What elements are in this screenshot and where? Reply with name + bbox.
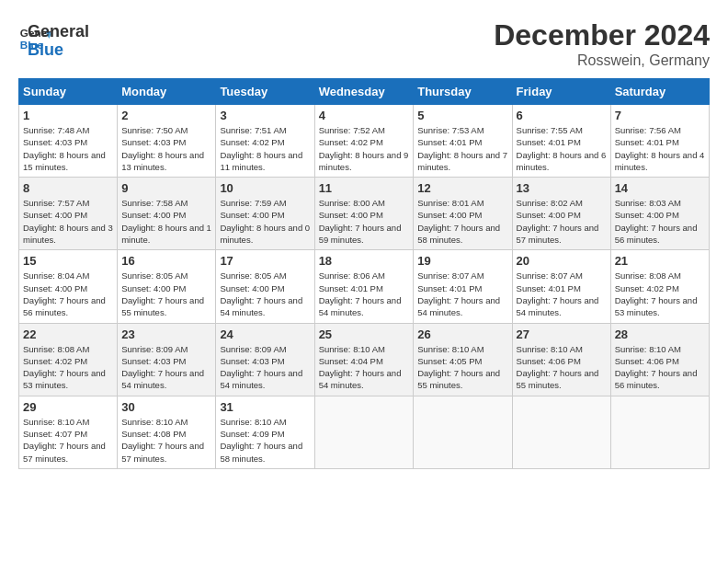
day-detail: Sunrise: 8:04 AMSunset: 4:00 PMDaylight:…	[23, 270, 113, 318]
day-detail: Sunrise: 8:06 AMSunset: 4:01 PMDaylight:…	[319, 270, 410, 318]
day-number: 11	[319, 181, 410, 195]
day-number: 10	[220, 181, 310, 195]
day-detail: Sunrise: 8:09 AMSunset: 4:03 PMDaylight:…	[121, 343, 211, 392]
day-detail: Sunrise: 8:10 AMSunset: 4:05 PMDaylight:…	[417, 343, 507, 392]
day-detail: Sunrise: 7:48 AMSunset: 4:03 PMDaylight:…	[23, 124, 113, 173]
col-wednesday: Wednesday	[314, 79, 414, 105]
calendar-cell: 15Sunrise: 8:04 AMSunset: 4:00 PMDayligh…	[19, 250, 118, 323]
calendar-cell: 27Sunrise: 8:10 AMSunset: 4:06 PMDayligh…	[512, 323, 610, 396]
calendar-cell	[414, 396, 512, 468]
day-number: 23	[121, 327, 211, 341]
day-number: 28	[615, 327, 705, 341]
calendar-row-4: 29Sunrise: 8:10 AMSunset: 4:07 PMDayligh…	[19, 396, 710, 468]
day-number: 4	[319, 109, 410, 122]
day-detail: Sunrise: 8:10 AMSunset: 4:04 PMDaylight:…	[319, 343, 410, 392]
day-detail: Sunrise: 8:03 AMSunset: 4:00 PMDaylight:…	[615, 197, 705, 246]
day-detail: Sunrise: 8:09 AMSunset: 4:03 PMDaylight:…	[220, 343, 310, 392]
calendar-cell: 20Sunrise: 8:07 AMSunset: 4:01 PMDayligh…	[512, 250, 610, 323]
calendar-row-1: 8Sunrise: 7:57 AMSunset: 4:00 PMDaylight…	[19, 178, 710, 250]
day-number: 30	[121, 400, 211, 414]
day-number: 2	[121, 109, 211, 122]
day-number: 14	[615, 181, 705, 195]
calendar-cell: 18Sunrise: 8:06 AMSunset: 4:01 PMDayligh…	[314, 250, 414, 323]
day-detail: Sunrise: 7:55 AMSunset: 4:01 PMDaylight:…	[517, 124, 607, 173]
calendar-row-2: 15Sunrise: 8:04 AMSunset: 4:00 PMDayligh…	[19, 250, 710, 323]
calendar-row-0: 1Sunrise: 7:48 AMSunset: 4:03 PMDaylight…	[19, 105, 710, 178]
day-number: 3	[220, 109, 310, 122]
day-number: 6	[517, 109, 607, 122]
calendar-cell: 21Sunrise: 8:08 AMSunset: 4:02 PMDayligh…	[610, 250, 709, 323]
col-sunday: Sunday	[19, 79, 118, 105]
day-detail: Sunrise: 8:10 AMSunset: 4:08 PMDaylight:…	[121, 416, 211, 465]
calendar-cell: 16Sunrise: 8:05 AMSunset: 4:00 PMDayligh…	[118, 250, 216, 323]
calendar-cell: 11Sunrise: 8:00 AMSunset: 4:00 PMDayligh…	[314, 178, 414, 250]
day-detail: Sunrise: 8:05 AMSunset: 4:00 PMDaylight:…	[121, 270, 211, 318]
logo-general: General	[28, 23, 89, 41]
calendar-header-row: Sunday Monday Tuesday Wednesday Thursday…	[19, 79, 710, 105]
day-number: 7	[615, 109, 705, 122]
day-detail: Sunrise: 8:07 AMSunset: 4:01 PMDaylight:…	[517, 270, 607, 318]
calendar-cell: 4Sunrise: 7:52 AMSunset: 4:02 PMDaylight…	[314, 105, 414, 178]
day-detail: Sunrise: 8:07 AMSunset: 4:01 PMDaylight:…	[417, 270, 507, 318]
day-detail: Sunrise: 7:51 AMSunset: 4:02 PMDaylight:…	[220, 124, 310, 173]
calendar-cell: 25Sunrise: 8:10 AMSunset: 4:04 PMDayligh…	[314, 323, 414, 396]
calendar-cell: 19Sunrise: 8:07 AMSunset: 4:01 PMDayligh…	[414, 250, 512, 323]
month-title: December 2024	[494, 18, 710, 52]
day-detail: Sunrise: 8:02 AMSunset: 4:00 PMDaylight:…	[517, 197, 607, 246]
calendar-cell: 24Sunrise: 8:09 AMSunset: 4:03 PMDayligh…	[216, 323, 314, 396]
calendar-cell: 5Sunrise: 7:53 AMSunset: 4:01 PMDaylight…	[414, 105, 512, 178]
day-detail: Sunrise: 8:10 AMSunset: 4:06 PMDaylight:…	[615, 343, 705, 392]
day-number: 27	[517, 327, 607, 341]
day-detail: Sunrise: 7:59 AMSunset: 4:00 PMDaylight:…	[220, 197, 310, 246]
day-number: 13	[517, 181, 607, 195]
day-number: 8	[23, 181, 113, 195]
day-detail: Sunrise: 8:05 AMSunset: 4:00 PMDaylight:…	[220, 270, 310, 318]
page-container: General Blue General Blue December 2024 …	[18, 18, 710, 469]
day-number: 12	[417, 181, 507, 195]
calendar-cell: 8Sunrise: 7:57 AMSunset: 4:00 PMDaylight…	[19, 178, 118, 250]
day-detail: Sunrise: 8:10 AMSunset: 4:07 PMDaylight:…	[23, 416, 113, 465]
day-detail: Sunrise: 8:10 AMSunset: 4:06 PMDaylight:…	[517, 343, 607, 392]
col-thursday: Thursday	[414, 79, 512, 105]
calendar-cell: 23Sunrise: 8:09 AMSunset: 4:03 PMDayligh…	[118, 323, 216, 396]
calendar-cell: 13Sunrise: 8:02 AMSunset: 4:00 PMDayligh…	[512, 178, 610, 250]
day-detail: Sunrise: 7:52 AMSunset: 4:02 PMDaylight:…	[319, 124, 410, 173]
calendar-cell: 28Sunrise: 8:10 AMSunset: 4:06 PMDayligh…	[610, 323, 709, 396]
day-detail: Sunrise: 8:10 AMSunset: 4:09 PMDaylight:…	[220, 416, 310, 465]
day-detail: Sunrise: 7:56 AMSunset: 4:01 PMDaylight:…	[615, 124, 705, 173]
calendar-cell: 1Sunrise: 7:48 AMSunset: 4:03 PMDaylight…	[19, 105, 118, 178]
calendar-cell	[314, 396, 414, 468]
calendar-cell: 9Sunrise: 7:58 AMSunset: 4:00 PMDaylight…	[118, 178, 216, 250]
calendar-cell: 7Sunrise: 7:56 AMSunset: 4:01 PMDaylight…	[610, 105, 709, 178]
calendar-cell: 30Sunrise: 8:10 AMSunset: 4:08 PMDayligh…	[118, 396, 216, 468]
calendar-cell: 26Sunrise: 8:10 AMSunset: 4:05 PMDayligh…	[414, 323, 512, 396]
calendar-cell: 31Sunrise: 8:10 AMSunset: 4:09 PMDayligh…	[216, 396, 314, 468]
col-friday: Friday	[512, 79, 610, 105]
day-number: 17	[220, 254, 310, 268]
calendar-cell: 17Sunrise: 8:05 AMSunset: 4:00 PMDayligh…	[216, 250, 314, 323]
calendar-cell: 6Sunrise: 7:55 AMSunset: 4:01 PMDaylight…	[512, 105, 610, 178]
calendar-cell	[512, 396, 610, 468]
calendar-cell: 22Sunrise: 8:08 AMSunset: 4:02 PMDayligh…	[19, 323, 118, 396]
logo-blue: Blue	[28, 41, 89, 60]
day-number: 26	[417, 327, 507, 341]
day-detail: Sunrise: 7:50 AMSunset: 4:03 PMDaylight:…	[121, 124, 211, 173]
calendar-cell: 2Sunrise: 7:50 AMSunset: 4:03 PMDaylight…	[118, 105, 216, 178]
logo: General Blue General Blue	[18, 18, 89, 60]
calendar-cell: 3Sunrise: 7:51 AMSunset: 4:02 PMDaylight…	[216, 105, 314, 178]
day-number: 25	[319, 327, 410, 341]
calendar-cell: 12Sunrise: 8:01 AMSunset: 4:00 PMDayligh…	[414, 178, 512, 250]
day-number: 9	[121, 181, 211, 195]
header: General Blue General Blue December 2024 …	[18, 18, 710, 69]
day-number: 21	[615, 254, 705, 268]
col-saturday: Saturday	[610, 79, 709, 105]
day-number: 24	[220, 327, 310, 341]
col-monday: Monday	[118, 79, 216, 105]
day-detail: Sunrise: 7:58 AMSunset: 4:00 PMDaylight:…	[121, 197, 211, 246]
title-area: December 2024 Rosswein, Germany	[494, 18, 710, 69]
day-number: 22	[23, 327, 113, 341]
calendar-cell: 14Sunrise: 8:03 AMSunset: 4:00 PMDayligh…	[610, 178, 709, 250]
calendar-cell: 10Sunrise: 7:59 AMSunset: 4:00 PMDayligh…	[216, 178, 314, 250]
day-number: 19	[417, 254, 507, 268]
day-number: 15	[23, 254, 113, 268]
